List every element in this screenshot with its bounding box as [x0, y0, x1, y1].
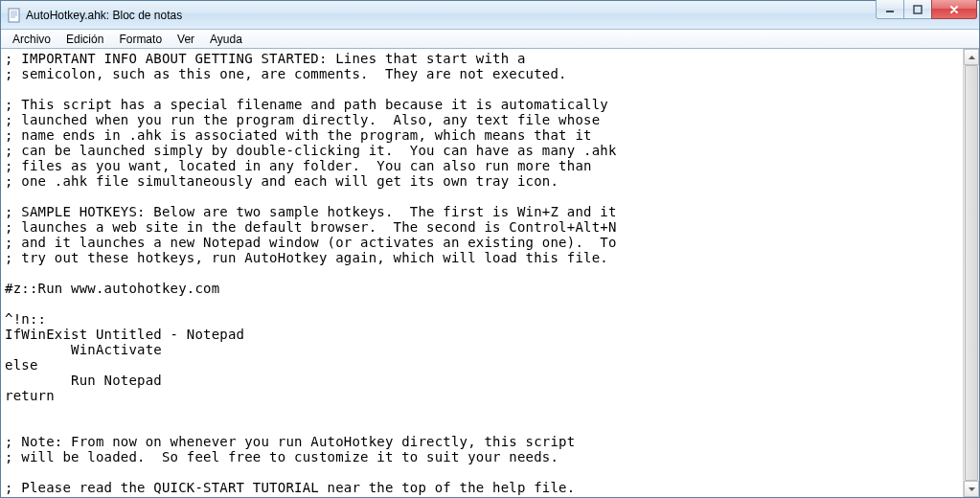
- titlebar[interactable]: AutoHotkey.ahk: Bloc de notas: [1, 1, 979, 30]
- close-button[interactable]: [931, 0, 977, 19]
- menubar: Archivo Edición Formato Ver Ayuda: [1, 30, 979, 49]
- notepad-icon: [7, 8, 22, 23]
- text-editor[interactable]: ; IMPORTANT INFO ABOUT GETTING STARTED: …: [1, 49, 963, 497]
- scroll-up-button[interactable]: [964, 49, 979, 65]
- svg-rect-5: [886, 11, 894, 12]
- vertical-scrollbar[interactable]: [963, 49, 979, 497]
- menu-ver[interactable]: Ver: [170, 31, 202, 48]
- maximize-button[interactable]: [903, 0, 932, 19]
- notepad-window: AutoHotkey.ahk: Bloc de notas Archivo Ed…: [0, 0, 980, 498]
- caption-buttons: [877, 0, 977, 19]
- scroll-thumb[interactable]: [965, 65, 978, 481]
- minimize-button[interactable]: [876, 0, 904, 19]
- scroll-down-button[interactable]: [964, 481, 979, 497]
- svg-rect-6: [914, 6, 922, 13]
- window-title: AutoHotkey.ahk: Bloc de notas: [26, 9, 877, 22]
- menu-formato[interactable]: Formato: [111, 31, 170, 48]
- menu-archivo[interactable]: Archivo: [5, 31, 58, 48]
- client-area: ; IMPORTANT INFO ABOUT GETTING STARTED: …: [1, 49, 979, 497]
- scroll-track[interactable]: [964, 65, 979, 481]
- menu-ayuda[interactable]: Ayuda: [202, 31, 250, 48]
- menu-edicion[interactable]: Edición: [58, 31, 111, 48]
